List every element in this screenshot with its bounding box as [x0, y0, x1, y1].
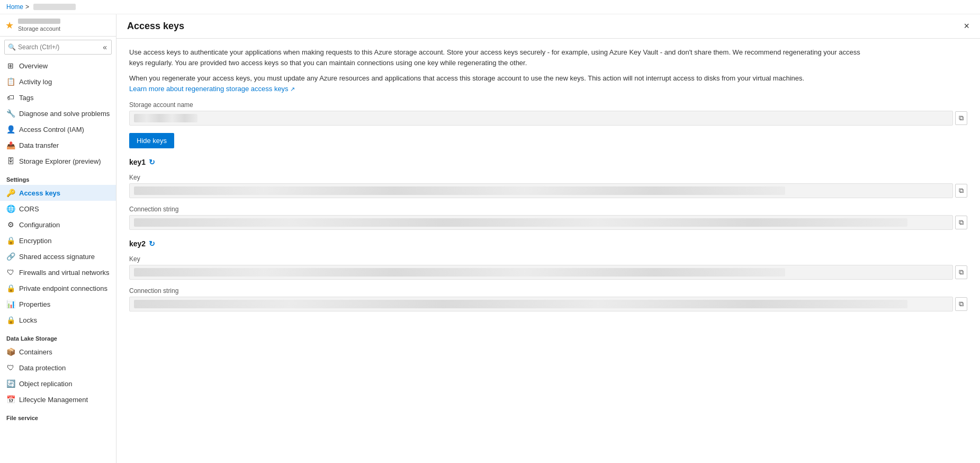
shared-access-icon: 🔗 — [6, 252, 15, 261]
sidebar-item-lifecycle[interactable]: 📅 Lifecycle Management — [0, 391, 116, 407]
sidebar-item-cors[interactable]: 🌐 CORS — [0, 201, 116, 217]
cors-icon: 🌐 — [6, 204, 15, 213]
storage-icon: ★ — [5, 20, 14, 31]
key1-connection-string-row: ⧉ — [129, 215, 967, 230]
containers-icon: 📦 — [6, 348, 15, 356]
storage-account-name-row: ⧉ — [129, 111, 967, 126]
lifecycle-icon: 📅 — [6, 395, 15, 404]
key2-connection-string-label: Connection string — [129, 287, 967, 295]
breadcrumb: Home > — [0, 0, 980, 14]
copy-storage-account-name-button[interactable]: ⧉ — [955, 111, 967, 125]
copy-key1-key-button[interactable]: ⧉ — [955, 184, 967, 198]
sidebar-item-storage-explorer[interactable]: 🗄 Storage Explorer (preview) — [0, 153, 116, 169]
key2-section: key2 ↻ Key ⧉ Connection string ⧉ — [129, 239, 967, 311]
sidebar-item-firewalls[interactable]: 🛡 Firewalls and virtual networks — [0, 264, 116, 280]
access-keys-icon: 🔑 — [6, 189, 15, 197]
sidebar-item-access-keys[interactable]: 🔑 Access keys — [0, 185, 116, 201]
sidebar-item-shared-access[interactable]: 🔗 Shared access signature — [0, 248, 116, 264]
key1-key-value — [129, 183, 953, 198]
data-transfer-icon: 📤 — [6, 141, 15, 149]
storage-account-name-label: Storage account name — [129, 101, 967, 109]
sidebar-nav: ⊞ Overview 📋 Activity log 🏷 Tags 🔧 Diagn… — [0, 58, 116, 423]
key1-key-label: Key — [129, 174, 967, 181]
private-endpoint-icon: 🔒 — [6, 284, 15, 292]
key2-refresh-icon[interactable]: ↻ — [149, 239, 155, 248]
iam-icon: 👤 — [6, 125, 15, 133]
file-service-section-title: File service — [0, 409, 116, 423]
encryption-icon: 🔒 — [6, 236, 15, 245]
content-area: Access keys × Use access keys to authent… — [116, 14, 980, 463]
sidebar-item-encryption[interactable]: 🔒 Encryption — [0, 233, 116, 248]
panel-title: Access keys — [127, 21, 184, 32]
configuration-icon: ⚙ — [6, 220, 15, 229]
copy-key2-key-button[interactable]: ⧉ — [955, 265, 967, 279]
key1-refresh-icon[interactable]: ↻ — [149, 158, 155, 166]
external-link-icon: ↗ — [290, 86, 295, 92]
sidebar-item-access-control[interactable]: 👤 Access Control (IAM) — [0, 121, 116, 137]
breadcrumb-separator: > — [25, 3, 29, 11]
sidebar-item-tags[interactable]: 🏷 Tags — [0, 90, 116, 105]
key1-connection-string-value — [129, 215, 953, 230]
sidebar-item-containers[interactable]: 📦 Containers — [0, 344, 116, 360]
tags-icon: 🏷 — [6, 93, 15, 102]
copy-key1-connection-button[interactable]: ⧉ — [955, 216, 967, 229]
sidebar-item-locks[interactable]: 🔒 Locks — [0, 312, 116, 328]
key2-key-row: ⧉ — [129, 265, 967, 280]
properties-icon: 📊 — [6, 300, 15, 308]
key1-key-row: ⧉ — [129, 183, 967, 198]
data-lake-section-title: Data Lake Storage — [0, 330, 116, 344]
key2-key-value — [129, 265, 953, 280]
key1-section: key1 ↻ Key ⧉ Connection string ⧉ — [129, 158, 967, 230]
data-protection-icon: 🛡 — [6, 363, 15, 372]
sidebar-item-overview[interactable]: ⊞ Overview — [0, 58, 116, 74]
collapse-icon[interactable]: « — [102, 42, 108, 52]
sidebar-item-private-endpoint[interactable]: 🔒 Private endpoint connections — [0, 280, 116, 296]
copy-key2-connection-button[interactable]: ⧉ — [955, 297, 967, 311]
sidebar-item-diagnose[interactable]: 🔧 Diagnose and solve problems — [0, 105, 116, 121]
storage-account-name-value — [129, 111, 953, 126]
sidebar-item-object-replication[interactable]: 🔄 Object replication — [0, 376, 116, 391]
locks-icon: 🔒 — [6, 316, 15, 324]
key1-title: key1 ↻ — [129, 158, 967, 166]
overview-icon: ⊞ — [6, 61, 15, 70]
key2-connection-string-value — [129, 297, 953, 311]
panel-header: Access keys × — [116, 14, 980, 39]
panel-body: Use access keys to authenticate your app… — [116, 39, 980, 320]
sidebar-item-properties[interactable]: 📊 Properties — [0, 296, 116, 312]
search-input[interactable] — [18, 43, 100, 51]
description-text: Use access keys to authenticate your app… — [129, 47, 870, 68]
storage-explorer-icon: 🗄 — [6, 157, 15, 165]
sidebar-item-data-protection[interactable]: 🛡 Data protection — [0, 360, 116, 376]
key2-key-label: Key — [129, 255, 967, 263]
description-text-secondary: When you regenerate your access keys, yo… — [129, 73, 870, 94]
sidebar-header: ★ Storage account — [0, 14, 116, 37]
firewalls-icon: 🛡 — [6, 268, 15, 277]
sidebar-item-activity-log[interactable]: 📋 Activity log — [0, 74, 116, 90]
breadcrumb-storage — [33, 4, 76, 10]
learn-more-link[interactable]: Learn more about regenerating storage ac… — [129, 85, 289, 93]
settings-section-title: Settings — [0, 171, 116, 185]
key2-connection-string-row: ⧉ — [129, 297, 967, 311]
key1-connection-string-label: Connection string — [129, 206, 967, 213]
diagnose-icon: 🔧 — [6, 109, 15, 118]
sidebar-search-container: 🔍 « — [4, 40, 112, 55]
breadcrumb-home[interactable]: Home — [6, 3, 23, 11]
sidebar-account-label: Storage account — [18, 25, 60, 32]
sidebar: ★ Storage account 🔍 « ⊞ Overview 📋 Activ… — [0, 14, 116, 463]
sidebar-item-data-transfer[interactable]: 📤 Data transfer — [0, 137, 116, 153]
key2-title: key2 ↻ — [129, 239, 967, 248]
close-button[interactable]: × — [964, 21, 969, 32]
sidebar-item-configuration[interactable]: ⚙ Configuration — [0, 217, 116, 233]
object-replication-icon: 🔄 — [6, 379, 15, 388]
hide-keys-button[interactable]: Hide keys — [129, 133, 174, 148]
search-icon: 🔍 — [8, 43, 16, 51]
activity-log-icon: 📋 — [6, 77, 15, 86]
